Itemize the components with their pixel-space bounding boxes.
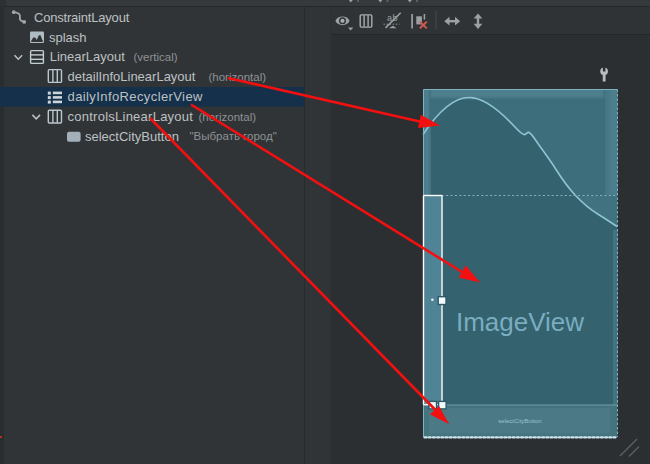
svg-text:ImageView: ImageView: [456, 307, 584, 337]
svg-text:selectCityButton: selectCityButton: [85, 129, 179, 144]
svg-text:selectCityButton: selectCityButton: [498, 418, 541, 424]
svg-text:"Выбрать город": "Выбрать город": [190, 130, 277, 142]
svg-text:splash: splash: [49, 30, 87, 45]
svg-text:LinearLayout: LinearLayout: [50, 49, 126, 64]
svg-text:(horizontal): (horizontal): [199, 111, 257, 123]
svg-text:ConstraintLayout: ConstraintLayout: [34, 10, 130, 25]
svg-text:detailInfoLinearLayout: detailInfoLinearLayout: [68, 69, 196, 84]
svg-text:dailyInfoRecyclerView: dailyInfoRecyclerView: [68, 89, 204, 104]
svg-text:controlsLinearLayout: controlsLinearLayout: [68, 109, 194, 124]
svg-text:(vertical): (vertical): [134, 51, 178, 63]
